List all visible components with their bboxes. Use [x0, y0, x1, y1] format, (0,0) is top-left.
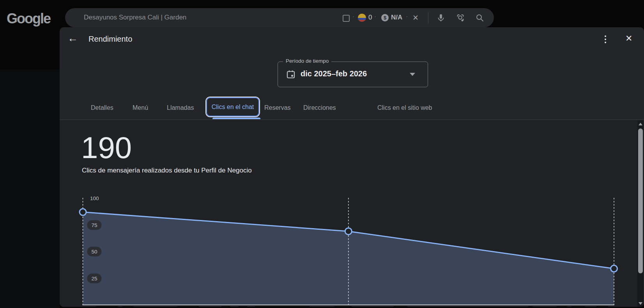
- page-background-strip: [0, 70, 60, 308]
- tab-direcciones[interactable]: Direcciones: [303, 104, 336, 111]
- data-point-feb 2026[interactable]: [611, 265, 617, 272]
- back-icon[interactable]: ←: [67, 32, 78, 44]
- tab-llamadas[interactable]: Llamadas: [167, 104, 194, 111]
- separator-dot: ·: [406, 13, 408, 20]
- tab-detalles[interactable]: Detalles: [91, 104, 113, 111]
- tab-label: Menú: [133, 104, 148, 111]
- tab-label: Llamadas: [167, 104, 194, 111]
- tab-label: Clics en el chat: [212, 104, 254, 111]
- extension-checkbox[interactable]: [343, 15, 350, 22]
- x-axis-label-cutoff: [239, 306, 247, 307]
- more-options-icon[interactable]: [605, 35, 606, 43]
- close-icon[interactable]: ✕: [625, 33, 632, 44]
- x-axis-label-cutoff: [122, 306, 134, 307]
- scroll-down-icon[interactable]: [639, 302, 642, 305]
- clear-search-icon[interactable]: ✕: [412, 13, 419, 22]
- calendar-icon: [287, 70, 295, 79]
- time-period-select[interactable]: Período de tiempo dic 2025–feb 2026: [278, 62, 428, 87]
- chevron-down-icon: [410, 73, 415, 76]
- x-axis-label-cutoff: [221, 306, 230, 307]
- separator-dot: ·: [352, 13, 354, 20]
- data-point-dic 2025[interactable]: [80, 209, 86, 215]
- google-lens-icon[interactable]: [456, 13, 465, 23]
- tab-menu[interactable]: Menú: [133, 104, 148, 111]
- active-tab-indicator: [212, 118, 260, 119]
- currency-value: N/A: [391, 14, 402, 21]
- scroll-up-icon[interactable]: [639, 123, 642, 125]
- currency-icon: $: [381, 14, 389, 21]
- scrollbar-thumb[interactable]: [638, 128, 643, 273]
- search-bar[interactable]: Desayunos Sorpresa Cali | Garden · 0 · $…: [65, 8, 494, 27]
- metric-value: 190: [81, 132, 132, 163]
- time-period-value: dic 2025–feb 2026: [301, 69, 367, 78]
- search-icon[interactable]: [475, 13, 485, 23]
- x-axis-label-cutoff: [557, 306, 567, 307]
- search-divider: [428, 12, 428, 24]
- microphone-icon[interactable]: [436, 13, 446, 23]
- data-point-ene 2026[interactable]: [345, 228, 352, 234]
- google-logo: Google: [7, 11, 50, 27]
- x-axis-label-cutoff: [528, 306, 533, 307]
- y-axis-tick-50: 50: [87, 247, 101, 257]
- performance-panel: ← Rendimiento ✕ Período de tiempo dic 20…: [60, 27, 644, 307]
- panel-title: Rendimiento: [88, 35, 132, 44]
- screen: Google Desayunos Sorpresa Cali | Garden …: [0, 0, 644, 308]
- flag-count: 0: [368, 14, 372, 21]
- y-axis-tick-100: 100: [90, 195, 99, 201]
- y-axis-tick-25: 25: [87, 273, 101, 283]
- y-axis-tick-75: 75: [87, 220, 101, 230]
- x-axis-label-cutoff: [394, 306, 407, 307]
- vertical-scrollbar[interactable]: [637, 120, 643, 307]
- x-axis-label-cutoff: [571, 306, 585, 307]
- colombia-flag-icon: [358, 14, 366, 22]
- x-axis-label-cutoff: [596, 306, 608, 307]
- tab-clics-sitio-web[interactable]: Clics en el sitio web: [377, 104, 432, 111]
- tab-label: Reservas: [264, 104, 291, 111]
- x-axis-label-cutoff: [177, 306, 199, 307]
- x-axis-label-cutoff: [255, 306, 310, 307]
- search-query[interactable]: Desayunos Sorpresa Cali | Garden: [84, 14, 186, 21]
- separator-dot: ·: [374, 13, 376, 20]
- tab-label: Direcciones: [303, 104, 336, 111]
- chart-pane: 190 Clics de mensajería realizados desde…: [60, 120, 644, 307]
- tab-label: Clics en el sitio web: [377, 104, 432, 111]
- tab-label: Detalles: [91, 104, 113, 111]
- x-axis-label-cutoff: [334, 306, 352, 307]
- tab-clics-en-el-chat[interactable]: Clics en el chat: [206, 97, 259, 116]
- time-period-label: Período de tiempo: [283, 58, 331, 64]
- metric-description: Clics de mensajería realizados desde tu …: [82, 167, 252, 174]
- messaging-clicks-chart: 100755025: [60, 195, 644, 307]
- tab-reservas[interactable]: Reservas: [264, 104, 291, 111]
- x-axis-label-cutoff: [96, 306, 118, 307]
